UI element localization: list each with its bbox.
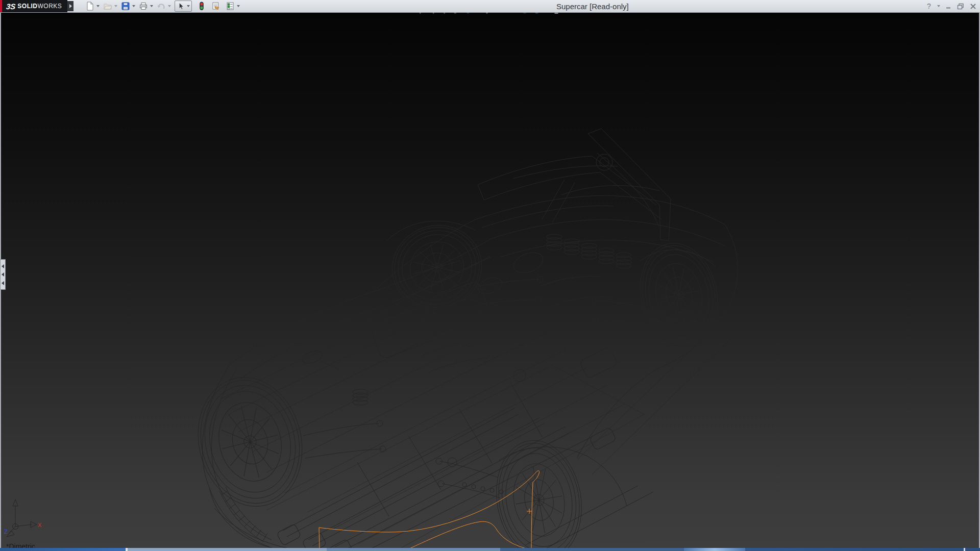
- document-title: Supercar [Read-only]: [556, 2, 629, 11]
- save-button[interactable]: [120, 1, 131, 12]
- rebuild-button[interactable]: [196, 1, 207, 12]
- options-icon: [226, 2, 235, 11]
- restore-icon: [957, 3, 964, 10]
- rebuild-traffic-light-icon: [197, 2, 206, 11]
- select-dropdown-caret[interactable]: [186, 1, 191, 12]
- file-properties-button[interactable]: [210, 1, 222, 12]
- print-icon: [139, 2, 148, 11]
- new-document-icon: [85, 2, 94, 11]
- open-dropdown-caret[interactable]: [113, 1, 118, 12]
- menu-flyout-arrow[interactable]: [67, 1, 74, 11]
- file-properties-icon: [211, 2, 220, 11]
- title-bar: 3S SOLIDWORKS: [0, 0, 980, 13]
- restore-button[interactable]: [955, 1, 966, 11]
- taskbar-segment: [327, 548, 500, 551]
- window-controls: ?: [924, 0, 978, 12]
- solidworks-logo[interactable]: 3S SOLIDWORKS: [0, 0, 67, 12]
- minimize-icon: [945, 3, 951, 9]
- taskbar-divider: [964, 548, 965, 551]
- close-icon: [970, 3, 976, 10]
- solidworks-3ds-icon: 3S: [6, 2, 16, 11]
- minimize-button[interactable]: [943, 1, 953, 11]
- undo-arrow-icon: [157, 2, 166, 11]
- flyout-triangle-icon: [69, 4, 72, 8]
- taskbar-segment: [128, 548, 327, 551]
- save-floppy-icon: [121, 2, 130, 11]
- open-button[interactable]: [102, 1, 113, 12]
- brand-text-light: WORKS: [38, 3, 62, 10]
- splitter-arrow-icon: [2, 272, 4, 277]
- new-dropdown-caret[interactable]: [95, 1, 101, 12]
- logo-accent: [0, 0, 2, 12]
- taskbar-segment: [500, 548, 684, 551]
- brand-text-bold: SOLID: [17, 3, 37, 10]
- splitter-arrow-icon: [2, 281, 4, 285]
- options-dropdown-caret[interactable]: [236, 1, 241, 12]
- options-button[interactable]: [225, 1, 236, 12]
- featuremanager-splitter-tab[interactable]: [0, 259, 6, 290]
- undo-button[interactable]: [156, 1, 167, 12]
- solidworks-window: 3S SOLIDWORKS: [0, 0, 980, 551]
- save-dropdown-caret[interactable]: [131, 1, 136, 12]
- splitter-arrow-icon: [2, 264, 4, 268]
- select-tool-button[interactable]: [176, 2, 186, 11]
- print-button[interactable]: [138, 1, 149, 12]
- help-button[interactable]: ?: [924, 1, 934, 11]
- help-dropdown-caret[interactable]: [936, 1, 941, 11]
- graphics-viewport[interactable]: [0, 12, 980, 548]
- standard-toolbar: [84, 0, 242, 12]
- new-document-button[interactable]: [84, 1, 95, 12]
- open-folder-icon: [103, 2, 112, 11]
- close-button[interactable]: [968, 1, 978, 11]
- select-tool-group: [175, 1, 192, 12]
- taskbar-edge[interactable]: [0, 548, 980, 551]
- undo-dropdown-caret[interactable]: [167, 1, 172, 12]
- print-dropdown-caret[interactable]: [149, 1, 154, 12]
- taskbar-glow: [684, 548, 745, 551]
- select-cursor-icon: [177, 2, 185, 10]
